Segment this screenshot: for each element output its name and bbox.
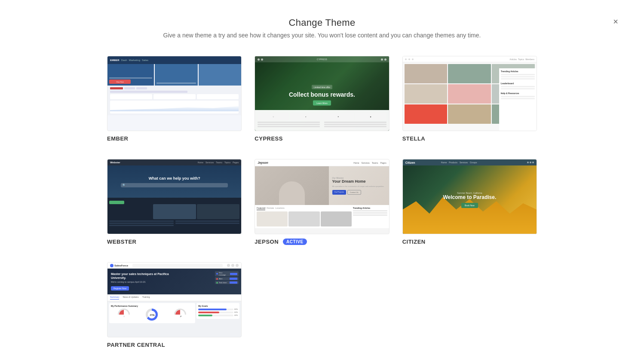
stella-dot-2 — [408, 58, 410, 60]
partner-logo-text: SalesForce — [114, 264, 128, 267]
webster-info-line-4 — [175, 220, 240, 222]
stella-help-title: Help & Resources — [501, 92, 535, 95]
jepson-theme-name: JEPSON — [255, 239, 279, 245]
webster-info-line-3 — [109, 225, 174, 226]
close-button[interactable]: × — [613, 17, 618, 26]
jepson-tab-rentals: Rentals — [267, 207, 274, 210]
cypress-icon-4: ▶ — [370, 116, 371, 118]
partner-donut-wrap: 273k — [146, 309, 159, 321]
webster-topbar: Webster Home Services Teams Topics Pages — [107, 159, 241, 165]
theme-card-ember[interactable]: EMBER Dash Marketing Sales View Now — [107, 56, 242, 142]
jepson-logo: Jepson — [258, 161, 268, 164]
partner-side-row-2: 60% — [198, 311, 238, 313]
partner-side-val-1: 80% — [234, 308, 238, 310]
cypress-icon-1: ☆ — [273, 116, 274, 118]
stella-sidebar-line-5 — [501, 88, 535, 89]
gauge-value-1: ↑ — [118, 315, 131, 318]
partner-side-bar-1 — [198, 309, 227, 310]
ember-name-row: EMBER — [107, 135, 242, 142]
citizen-dot-1 — [527, 162, 529, 163]
ember-chart — [110, 101, 239, 113]
ember-nav-item3: Sales — [142, 59, 148, 61]
cypress-center: Limited time offer Collect bonus rewards… — [289, 82, 355, 105]
citizen-nav-4: Groups — [470, 161, 477, 164]
ember-nav-item: Dash — [121, 59, 127, 61]
ember-hero-2 — [155, 64, 198, 86]
partner-notif-2: Alert — [215, 277, 239, 280]
ember-hero-3 — [199, 64, 242, 86]
citizen-name-row: CITIZEN — [402, 239, 537, 245]
cypress-bottom-item-1: ☆ — [258, 113, 289, 120]
partner-hero-sub: We're coming to campus April 19-20. — [111, 281, 181, 283]
cypress-link-line-4 — [324, 122, 386, 123]
jepson-secondary-btn: Contact Us — [347, 190, 361, 195]
ember-hero-1: View Now — [107, 64, 154, 86]
jepson-nav-2: Services — [362, 162, 370, 164]
partner-side-val-3: 40% — [234, 314, 238, 316]
cypress-link-line-6 — [324, 126, 386, 127]
stella-nav-3: Members — [525, 58, 534, 61]
theme-card-cypress[interactable]: CYPRESS Limited time offer Collect bonus… — [255, 56, 389, 142]
webster-nav-1: Home — [198, 161, 203, 164]
jepson-name-row: JEPSON ACTIVE — [255, 239, 389, 245]
partner-side-row-3: 40% — [198, 314, 238, 316]
cypress-bottom-item-3: ♣ — [322, 113, 354, 120]
stella-name-row: STELLA — [402, 135, 537, 142]
jepson-hero: Our Mission Your Dream Home We specializ… — [255, 166, 389, 205]
modal-subtitle: Give a new theme a try and see how it ch… — [26, 32, 618, 39]
partner-icon-1 — [227, 264, 230, 267]
webster-info-rows — [109, 220, 239, 227]
theme-card-partner[interactable]: SalesForce Master your sales techniques … — [107, 262, 242, 348]
partner-hero: Master your sales techniques at Pacifica… — [107, 269, 241, 294]
jepson-tabs: Featured Rentals Locations — [257, 207, 351, 210]
jepson-bottom: Featured Rentals Locations Trending Arti… — [255, 205, 389, 228]
stella-dot-1 — [405, 58, 407, 60]
citizen-topbar: Citizen Home Products Services Groups — [403, 159, 537, 165]
jepson-right-col: Trending Articles — [353, 207, 387, 226]
theme-card-webster[interactable]: Webster Home Services Teams Topics Pages… — [107, 159, 242, 245]
citizen-hero: Summer Beach, California Welcome to Para… — [403, 165, 537, 234]
jepson-nav-3: Teams — [372, 162, 378, 164]
stella-theme-name: STELLA — [402, 135, 426, 142]
ember-topbar: EMBER Dash Marketing Sales — [107, 56, 241, 64]
theme-card-jepson[interactable]: Jepson Home Services Teams Pages Our Mis… — [255, 159, 389, 245]
cypress-links — [258, 122, 386, 128]
partner-side-bar-bg-2 — [198, 312, 233, 313]
gauge-value-2: ↗ — [174, 315, 187, 318]
citizen-theme-name: CITIZEN — [402, 239, 426, 245]
partner-donut-container: 273k — [146, 309, 159, 321]
ember-body — [107, 86, 241, 115]
stella-nav: Articles Topics Members — [510, 58, 534, 61]
jepson-title: Your Dream Home — [332, 179, 386, 184]
partner-body: My Performance Summary ↑ 273k — [107, 301, 241, 326]
partner-tab-training: Training — [142, 296, 150, 300]
citizen-btn: Book Now — [461, 203, 478, 208]
jepson-hero-img — [255, 166, 328, 205]
theme-card-stella[interactable]: Articles Topics Members — [402, 56, 537, 142]
ember-nav-item2: Marketing — [129, 59, 140, 61]
webster-green-btn — [109, 201, 124, 204]
partner-side-card: My Goals 80% 60% — [196, 303, 239, 319]
webster-name-row: WEBSTER — [107, 239, 242, 245]
stella-dot-3 — [412, 58, 414, 60]
active-badge: ACTIVE — [283, 239, 307, 245]
jepson-nav-1: Home — [353, 162, 359, 164]
partner-donut-label: 273k — [150, 314, 155, 316]
partner-notif-btn-2 — [230, 278, 237, 280]
ember-logo-text: EMBER — [110, 59, 120, 61]
cypress-topbar-text: CYPRESS — [317, 58, 327, 61]
ember-full-preview: EMBER Dash Marketing Sales View Now — [107, 56, 241, 131]
citizen-nav-1: Home — [441, 161, 447, 164]
partner-icon-3 — [236, 264, 239, 267]
theme-card-citizen[interactable]: Citizen Home Products Services Groups — [402, 159, 537, 245]
partner-gauges: ↑ 273k ↗ — [111, 309, 193, 321]
jepson-tab-featured: Featured — [257, 207, 265, 210]
jepson-bottom-wrap: Featured Rentals Locations — [257, 207, 351, 226]
partner-icons — [227, 264, 239, 267]
webster-card-1 — [109, 204, 152, 219]
jepson-tab-locations: Locations — [275, 207, 284, 210]
cypress-dot-1 — [258, 58, 260, 61]
cypress-bottom-item-2: ♦ — [290, 113, 322, 120]
webster-search: 🔍 — [121, 183, 228, 187]
partner-notif-1: New message — [215, 271, 239, 276]
